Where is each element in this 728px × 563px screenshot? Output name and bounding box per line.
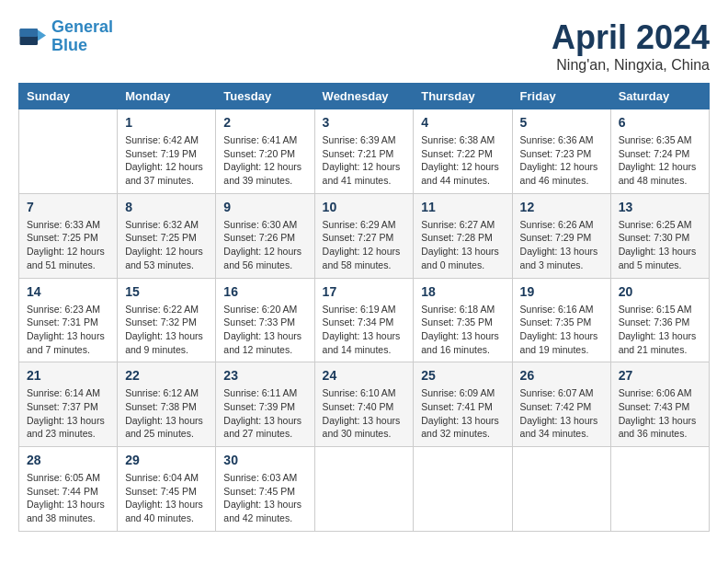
day-info: Sunrise: 6:30 AM Sunset: 7:26 PM Dayligh… — [223, 218, 306, 272]
day-info: Sunrise: 6:20 AM Sunset: 7:33 PM Dayligh… — [223, 303, 306, 357]
day-number: 28 — [27, 453, 109, 467]
calendar-cell: 18Sunrise: 6:18 AM Sunset: 7:35 PM Dayli… — [414, 278, 512, 362]
day-number: 14 — [27, 284, 109, 299]
day-info: Sunrise: 6:29 AM Sunset: 7:27 PM Dayligh… — [323, 218, 406, 272]
day-info: Sunrise: 6:07 AM Sunset: 7:42 PM Dayligh… — [520, 386, 603, 441]
day-number: 11 — [421, 200, 504, 214]
day-number: 23 — [223, 368, 306, 383]
day-number: 21 — [27, 368, 109, 383]
title-block: April 2024 Ning'an, Ningxia, China — [552, 18, 710, 74]
logo-line2: Blue — [51, 36, 87, 54]
calendar-cell: 4Sunrise: 6:38 AM Sunset: 7:22 PM Daylig… — [414, 109, 512, 194]
calendar-cell: 20Sunrise: 6:15 AM Sunset: 7:36 PM Dayli… — [610, 278, 709, 362]
day-number: 25 — [421, 368, 504, 383]
calendar-cell — [610, 447, 709, 532]
calendar-cell: 9Sunrise: 6:30 AM Sunset: 7:26 PM Daylig… — [216, 193, 314, 278]
day-number: 17 — [323, 284, 406, 299]
calendar-cell: 26Sunrise: 6:07 AM Sunset: 7:42 PM Dayli… — [512, 362, 610, 447]
calendar-cell: 27Sunrise: 6:06 AM Sunset: 7:43 PM Dayli… — [610, 362, 709, 447]
week-row-5: 28Sunrise: 6:05 AM Sunset: 7:44 PM Dayli… — [19, 447, 710, 532]
calendar-cell: 24Sunrise: 6:10 AM Sunset: 7:40 PM Dayli… — [314, 362, 414, 447]
day-number: 18 — [421, 284, 504, 299]
day-info: Sunrise: 6:16 AM Sunset: 7:35 PM Dayligh… — [520, 303, 603, 357]
day-info: Sunrise: 6:19 AM Sunset: 7:34 PM Dayligh… — [323, 303, 406, 357]
calendar-cell: 25Sunrise: 6:09 AM Sunset: 7:41 PM Dayli… — [414, 362, 512, 447]
calendar-title: April 2024 — [552, 18, 710, 57]
day-number: 12 — [520, 200, 603, 214]
calendar-cell: 13Sunrise: 6:25 AM Sunset: 7:30 PM Dayli… — [610, 193, 709, 278]
day-number: 3 — [323, 115, 406, 130]
calendar-cell: 10Sunrise: 6:29 AM Sunset: 7:27 PM Dayli… — [314, 193, 414, 278]
header-tuesday: Tuesday — [216, 84, 314, 109]
day-number: 15 — [125, 284, 208, 299]
day-number: 7 — [27, 200, 109, 214]
day-number: 8 — [125, 200, 208, 214]
calendar-body: 1Sunrise: 6:42 AM Sunset: 7:19 PM Daylig… — [19, 109, 710, 532]
week-row-4: 21Sunrise: 6:14 AM Sunset: 7:37 PM Dayli… — [19, 362, 710, 447]
week-row-2: 7Sunrise: 6:33 AM Sunset: 7:25 PM Daylig… — [19, 193, 710, 278]
day-info: Sunrise: 6:35 AM Sunset: 7:24 PM Dayligh… — [619, 133, 701, 188]
day-info: Sunrise: 6:12 AM Sunset: 7:38 PM Dayligh… — [125, 386, 208, 441]
day-info: Sunrise: 6:14 AM Sunset: 7:37 PM Dayligh… — [27, 386, 109, 441]
day-info: Sunrise: 6:42 AM Sunset: 7:19 PM Dayligh… — [125, 133, 208, 188]
day-info: Sunrise: 6:25 AM Sunset: 7:30 PM Dayligh… — [619, 218, 701, 272]
calendar-cell — [414, 447, 512, 532]
logo-icon — [18, 23, 46, 51]
day-info: Sunrise: 6:32 AM Sunset: 7:25 PM Dayligh… — [125, 218, 208, 272]
day-number: 22 — [125, 368, 208, 383]
day-number: 5 — [520, 115, 603, 130]
day-number: 20 — [619, 284, 701, 299]
calendar-header-row: SundayMondayTuesdayWednesdayThursdayFrid… — [19, 84, 710, 109]
calendar-cell: 29Sunrise: 6:04 AM Sunset: 7:45 PM Dayli… — [118, 447, 216, 532]
header-friday: Friday — [512, 84, 610, 109]
calendar-cell: 5Sunrise: 6:36 AM Sunset: 7:23 PM Daylig… — [512, 109, 610, 194]
day-info: Sunrise: 6:27 AM Sunset: 7:28 PM Dayligh… — [421, 218, 504, 272]
header-sunday: Sunday — [19, 84, 118, 109]
day-number: 24 — [323, 368, 406, 383]
day-info: Sunrise: 6:03 AM Sunset: 7:45 PM Dayligh… — [223, 471, 306, 525]
day-info: Sunrise: 6:39 AM Sunset: 7:21 PM Dayligh… — [323, 133, 406, 188]
calendar-cell: 23Sunrise: 6:11 AM Sunset: 7:39 PM Dayli… — [216, 362, 314, 447]
calendar-cell — [314, 447, 414, 532]
day-info: Sunrise: 6:23 AM Sunset: 7:31 PM Dayligh… — [27, 303, 109, 357]
day-info: Sunrise: 6:05 AM Sunset: 7:44 PM Dayligh… — [27, 471, 109, 525]
page-header: General Blue April 2024 Ning'an, Ningxia… — [18, 18, 710, 74]
day-info: Sunrise: 6:18 AM Sunset: 7:35 PM Dayligh… — [421, 303, 504, 357]
day-number: 19 — [520, 284, 603, 299]
calendar-cell: 6Sunrise: 6:35 AM Sunset: 7:24 PM Daylig… — [610, 109, 709, 194]
day-number: 27 — [619, 368, 701, 383]
day-number: 30 — [223, 453, 306, 467]
day-number: 9 — [223, 200, 306, 214]
day-info: Sunrise: 6:26 AM Sunset: 7:29 PM Dayligh… — [520, 218, 603, 272]
logo: General Blue — [18, 18, 113, 55]
header-monday: Monday — [118, 84, 216, 109]
calendar-table: SundayMondayTuesdayWednesdayThursdayFrid… — [18, 83, 710, 532]
day-number: 1 — [125, 115, 208, 130]
calendar-subtitle: Ning'an, Ningxia, China — [552, 57, 710, 74]
calendar-cell: 30Sunrise: 6:03 AM Sunset: 7:45 PM Dayli… — [216, 447, 314, 532]
svg-marker-2 — [38, 29, 46, 40]
day-info: Sunrise: 6:10 AM Sunset: 7:40 PM Dayligh… — [323, 386, 406, 441]
calendar-cell — [19, 109, 118, 194]
day-number: 16 — [223, 284, 306, 299]
calendar-cell: 12Sunrise: 6:26 AM Sunset: 7:29 PM Dayli… — [512, 193, 610, 278]
calendar-cell: 14Sunrise: 6:23 AM Sunset: 7:31 PM Dayli… — [19, 278, 118, 362]
calendar-cell: 28Sunrise: 6:05 AM Sunset: 7:44 PM Dayli… — [19, 447, 118, 532]
day-info: Sunrise: 6:11 AM Sunset: 7:39 PM Dayligh… — [223, 386, 306, 441]
logo-text: General Blue — [51, 18, 113, 55]
day-number: 4 — [421, 115, 504, 130]
day-info: Sunrise: 6:04 AM Sunset: 7:45 PM Dayligh… — [125, 471, 208, 525]
header-thursday: Thursday — [414, 84, 512, 109]
calendar-cell: 11Sunrise: 6:27 AM Sunset: 7:28 PM Dayli… — [414, 193, 512, 278]
calendar-cell: 2Sunrise: 6:41 AM Sunset: 7:20 PM Daylig… — [216, 109, 314, 194]
day-info: Sunrise: 6:38 AM Sunset: 7:22 PM Dayligh… — [421, 133, 504, 188]
calendar-cell: 16Sunrise: 6:20 AM Sunset: 7:33 PM Dayli… — [216, 278, 314, 362]
calendar-cell: 19Sunrise: 6:16 AM Sunset: 7:35 PM Dayli… — [512, 278, 610, 362]
day-info: Sunrise: 6:15 AM Sunset: 7:36 PM Dayligh… — [619, 303, 701, 357]
calendar-cell: 8Sunrise: 6:32 AM Sunset: 7:25 PM Daylig… — [118, 193, 216, 278]
calendar-cell: 1Sunrise: 6:42 AM Sunset: 7:19 PM Daylig… — [118, 109, 216, 194]
logo-line1: General — [51, 17, 113, 36]
header-wednesday: Wednesday — [314, 84, 414, 109]
day-number: 29 — [125, 453, 208, 467]
calendar-cell: 22Sunrise: 6:12 AM Sunset: 7:38 PM Dayli… — [118, 362, 216, 447]
